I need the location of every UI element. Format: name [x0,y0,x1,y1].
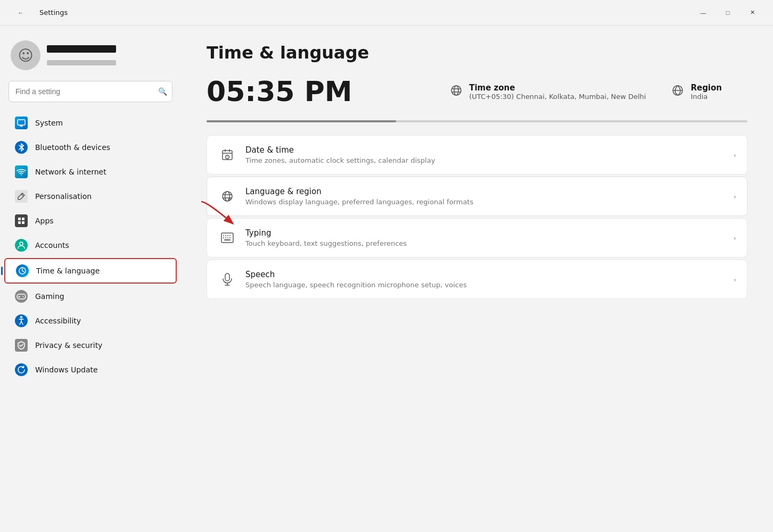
title-bar-left: ← Settings [9,4,691,21]
typing-title: Typing [245,228,734,238]
title-bar: ← Settings — □ ✕ [0,0,773,26]
svg-point-13 [22,296,23,297]
svg-point-16 [451,86,461,95]
svg-text:A: A [228,196,231,201]
app-title: Settings [39,9,68,16]
svg-rect-6 [18,221,21,224]
sidebar-item-network[interactable]: Network & internet [4,160,177,184]
date-time-title: Date & time [245,145,734,155]
user-info [47,45,116,65]
settings-cards: Date & time Time zones, automatic clock … [207,135,747,299]
date-time-card[interactable]: Date & time Time zones, automatic clock … [207,135,747,174]
sidebar-item-accessibility[interactable]: Accessibility [4,309,177,332]
speech-card[interactable]: Speech Speech language, speech recogniti… [207,260,747,299]
region-block[interactable]: Region India [671,83,722,101]
maximize-button[interactable]: □ [716,4,740,21]
personalisation-icon [15,190,28,203]
user-name-bar [47,45,116,53]
region-icon [671,84,684,99]
svg-rect-10 [17,294,26,299]
minimize-button[interactable]: — [691,4,716,21]
system-label: System [35,119,63,127]
svg-rect-4 [18,218,21,220]
svg-point-14 [23,297,24,298]
speech-chevron: › [734,276,736,284]
language-region-title: Language & region [245,187,734,196]
timezone-text: Time zone (UTC+05:30) Chennai, Kolkata, … [469,83,646,101]
sidebar-item-gaming[interactable]: Gaming [4,285,177,308]
language-region-icon: A [218,187,237,206]
typing-card[interactable]: Typing Touch keyboard, text suggestions,… [207,218,747,257]
personalisation-label: Personalisation [35,192,92,201]
svg-point-17 [454,86,458,95]
sidebar-item-personalisation[interactable]: Personalisation [4,185,177,208]
svg-point-15 [21,317,22,318]
typing-icon [218,228,237,247]
typing-chevron: › [734,234,736,242]
main-layout: ☺ 🔍 System [0,26,773,532]
current-time: 05:35 PM [207,76,450,107]
avatar: ☺ [11,40,40,70]
svg-point-3 [21,174,22,176]
search-icon: 🔍 [158,87,167,96]
apps-label: Apps [35,217,54,225]
svg-point-8 [20,242,23,245]
speech-desc: Speech language, speech recognition micr… [245,281,734,289]
sidebar-item-accounts[interactable]: Accounts [4,234,177,257]
timezone-label: Time zone [469,83,646,93]
language-region-desc: Windows display language, preferred lang… [245,198,734,206]
svg-rect-5 [22,218,24,220]
speech-icon [218,270,237,289]
language-region-text: Language & region Windows display langua… [245,187,734,206]
svg-rect-7 [22,221,24,224]
sidebar-item-system[interactable]: System [4,111,177,135]
accessibility-label: Accessibility [35,317,81,325]
date-time-chevron: › [734,151,736,159]
user-section[interactable]: ☺ [0,34,181,81]
sidebar-item-bluetooth[interactable]: Bluetooth & devices [4,136,177,159]
language-region-chevron: › [734,193,736,201]
user-sub-bar [47,60,116,65]
region-label: Region [690,83,722,93]
window-controls: — □ ✕ [691,4,764,21]
sidebar-item-apps[interactable]: Apps [4,209,177,232]
timezone-value: (UTC+05:30) Chennai, Kolkata, Mumbai, Ne… [469,93,646,101]
sidebar-item-privacy[interactable]: Privacy & security [4,334,177,357]
accessibility-icon [15,314,28,327]
typing-desc: Touch keyboard, text suggestions, prefer… [245,239,734,247]
timezone-icon [450,84,463,99]
sidebar-item-time[interactable]: Time & language [4,258,177,284]
search-input[interactable] [9,81,172,102]
region-text: Region India [690,83,722,101]
time-progress-bar [207,120,747,122]
date-time-icon [218,145,237,164]
speech-title: Speech [245,270,734,279]
update-label: Windows Update [35,365,98,374]
close-button[interactable]: ✕ [740,4,764,21]
speech-text: Speech Speech language, speech recogniti… [245,270,734,289]
bluetooth-icon [15,141,28,154]
back-button[interactable]: ← [9,4,33,21]
typing-text: Typing Touch keyboard, text suggestions,… [245,228,734,247]
time-icon [16,264,29,277]
language-region-card[interactable]: A Language & region Windows display lang… [207,177,747,216]
content-area: Time & language 05:35 PM Time zone (UTC+… [181,26,773,532]
system-icon [15,117,28,129]
time-label: Time & language [36,267,100,275]
svg-rect-0 [18,120,25,125]
update-icon [15,363,28,376]
privacy-icon [15,339,28,352]
page-title: Time & language [207,43,747,63]
accounts-label: Accounts [35,241,69,250]
sidebar-item-update[interactable]: Windows Update [4,358,177,381]
privacy-label: Privacy & security [35,341,102,350]
date-time-text: Date & time Time zones, automatic clock … [245,145,734,164]
apps-icon [15,214,28,227]
network-label: Network & internet [35,168,106,176]
sidebar: ☺ 🔍 System [0,26,181,532]
region-value: India [690,93,722,101]
search-box[interactable]: 🔍 [9,81,172,102]
bluetooth-label: Bluetooth & devices [35,143,110,152]
gaming-label: Gaming [35,292,64,301]
timezone-block[interactable]: Time zone (UTC+05:30) Chennai, Kolkata, … [450,83,646,101]
